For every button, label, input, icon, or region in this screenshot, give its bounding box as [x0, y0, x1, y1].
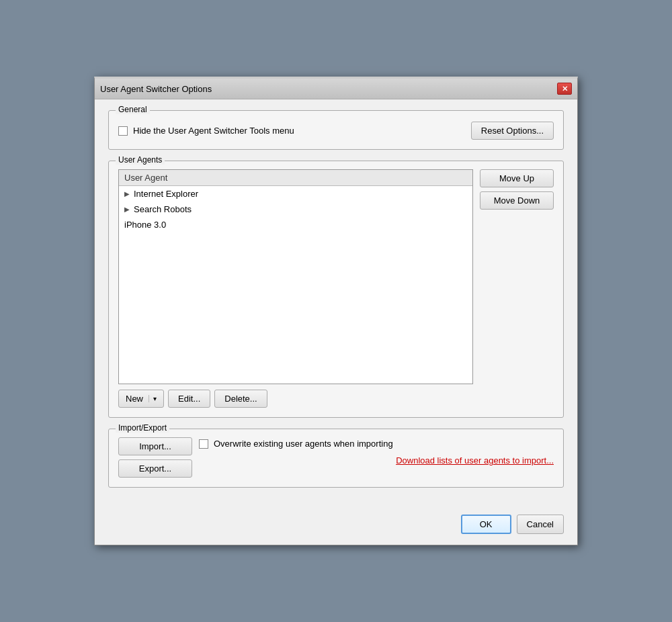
import-export-buttons: Import... Export...: [118, 437, 192, 478]
new-button-text: New: [126, 394, 143, 404]
edit-button[interactable]: Edit...: [168, 390, 210, 408]
delete-button[interactable]: Delete...: [214, 390, 267, 408]
import-export-section: Import/Export Import... Export... Overwr…: [108, 429, 564, 488]
new-button[interactable]: New ▾: [118, 390, 164, 408]
cancel-button[interactable]: Cancel: [517, 515, 564, 534]
list-item[interactable]: ▶ Internet Explorer: [119, 186, 472, 202]
move-down-button[interactable]: Move Down: [480, 191, 554, 210]
export-button[interactable]: Export...: [118, 459, 192, 478]
close-button[interactable]: ✕: [557, 83, 572, 95]
import-export-legend: Import/Export: [116, 423, 169, 433]
dialog-footer: OK Cancel: [95, 509, 577, 545]
download-link[interactable]: Download lists of user agents to import.…: [199, 455, 554, 465]
list-item-label: iPhone 3.0: [124, 220, 166, 230]
dropdown-arrow-icon[interactable]: ▾: [149, 395, 157, 402]
dialog-window: User Agent Switcher Options ✕ General Hi…: [94, 77, 578, 545]
ok-button[interactable]: OK: [461, 515, 511, 534]
expand-arrow-icon: ▶: [124, 206, 130, 213]
import-export-right: Overwrite existing user agents when impo…: [199, 437, 554, 465]
user-agents-list-container: User Agent ▶ Internet Explorer ▶ Search …: [118, 169, 473, 408]
list-header: User Agent: [119, 170, 472, 186]
overwrite-row: Overwrite existing user agents when impo…: [199, 439, 554, 449]
user-agents-listbox[interactable]: User Agent ▶ Internet Explorer ▶ Search …: [118, 169, 473, 384]
import-export-content: Import... Export... Overwrite existing u…: [118, 437, 554, 478]
general-legend: General: [116, 105, 150, 114]
overwrite-checkbox[interactable]: [199, 439, 208, 449]
list-item-label: Search Robots: [134, 204, 192, 214]
list-item-label: Internet Explorer: [134, 189, 198, 199]
list-item[interactable]: iPhone 3.0: [119, 217, 472, 232]
user-agents-legend: User Agents: [116, 155, 165, 165]
general-section: General Hide the User Agent Switcher Too…: [108, 110, 564, 150]
user-agents-row: User Agent ▶ Internet Explorer ▶ Search …: [118, 169, 554, 408]
list-item[interactable]: ▶ Search Robots: [119, 202, 472, 217]
hide-menu-text: Hide the User Agent Switcher Tools menu: [133, 126, 294, 136]
side-buttons: Move Up Move Down: [480, 169, 554, 210]
hide-menu-checkbox[interactable]: [118, 126, 128, 136]
dialog-title: User Agent Switcher Options: [100, 84, 212, 94]
general-row: Hide the User Agent Switcher Tools menu …: [118, 119, 554, 140]
title-bar: User Agent Switcher Options ✕: [95, 79, 577, 99]
overwrite-label: Overwrite existing user agents when impo…: [214, 439, 393, 449]
user-agents-section: User Agents User Agent ▶ Internet Explor…: [108, 161, 564, 418]
import-button[interactable]: Import...: [118, 437, 192, 455]
list-actions-row: New ▾ Edit... Delete...: [118, 390, 473, 408]
dialog-body: General Hide the User Agent Switcher Too…: [95, 99, 577, 509]
hide-menu-label[interactable]: Hide the User Agent Switcher Tools menu: [118, 126, 294, 136]
expand-arrow-icon: ▶: [124, 190, 130, 197]
reset-options-button[interactable]: Reset Options...: [471, 122, 554, 140]
move-up-button[interactable]: Move Up: [480, 169, 554, 187]
